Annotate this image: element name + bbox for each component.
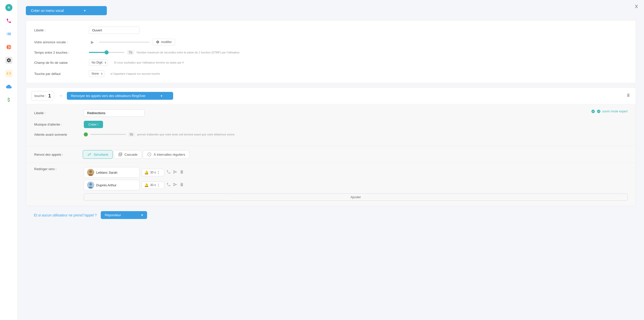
touche-defaut-select-wrapper: None	[89, 70, 104, 77]
user-name-1: Duprès Arthur	[96, 183, 116, 187]
libelle-label: Libellé :	[34, 28, 85, 32]
touche-defaut-label: Touche par défaut	[34, 72, 85, 76]
redirect-item-1: Duprès Arthur 🔔 30 s ▲ ▼	[84, 180, 628, 190]
user-name-0: Leblanc Sarah	[96, 171, 117, 174]
bottom-bar: Et si aucun utilisateur ne prend l'appel…	[26, 206, 636, 224]
sidebar-item-dollar[interactable]	[5, 96, 12, 103]
bottom-dropdown[interactable]: Répondeur ▾	[101, 211, 147, 219]
svg-point-3	[89, 170, 92, 173]
inner-attente-row: Attente avant sonnerie 0s permet d'atten…	[34, 132, 628, 137]
touch-label-text: touche :	[34, 94, 46, 98]
action-dropdown[interactable]: Renvoyer les appels vers des utilisateur…	[67, 92, 173, 100]
sidebar-logo[interactable]: R	[5, 4, 12, 11]
touche-defaut-select[interactable]: None	[89, 70, 104, 77]
champ-select[interactable]: No Digit #	[89, 59, 108, 66]
inner-libelle-input[interactable]	[84, 109, 145, 117]
timer-down-1[interactable]: ▼	[157, 185, 159, 187]
timer-arrows-1[interactable]: ▲ ▼	[157, 183, 159, 187]
sidebar-item-phone[interactable]	[5, 17, 12, 24]
top-dropdown-chevron: ▾	[84, 9, 86, 12]
bottom-dropdown-label: Répondeur	[105, 213, 121, 217]
touch-header: touche : 1 → Renvoyer les appels vers de…	[26, 88, 636, 104]
redirect-section: Rediriger vers : Lebl	[26, 163, 636, 206]
touch-card: touche : 1 → Renvoyer les appels vers de…	[26, 87, 636, 206]
expert-icon	[597, 109, 601, 113]
sidebar-item-chart[interactable]	[5, 44, 12, 51]
avatar-1	[87, 182, 94, 189]
touche-defaut-desc: si l'appelant n'appuie sur aucune touche	[110, 72, 160, 75]
sidebar-item-cloud[interactable]	[5, 83, 12, 90]
renvoi-simultane-label: Simultané	[94, 153, 108, 156]
call-icon-button-0[interactable]	[166, 170, 171, 175]
sidebar-item-code[interactable]	[5, 70, 12, 77]
call-icon-button-1[interactable]	[166, 182, 171, 188]
top-create-dropdown[interactable]: Créer un menu vocal ▾	[26, 6, 107, 15]
attente-slider[interactable]	[90, 134, 126, 135]
bottom-question: Et si aucun utilisateur ne prend l'appel…	[34, 213, 97, 217]
timer-box-1: 🔔 30 s ▲ ▼	[142, 182, 164, 189]
avatar-0	[87, 169, 94, 176]
inner-config: ouvrir mode expert Libellé : Musique d'a…	[26, 104, 636, 146]
timer-box-0: 🔔 30 s ▲ ▼	[142, 169, 164, 176]
champ-row: Champ de fin de saisie No Digit # Si vou…	[34, 59, 628, 66]
touche-defaut-row: Touche par défaut None si l'appelant n'a…	[34, 70, 628, 77]
bottom-dropdown-chevron: ▾	[141, 213, 143, 217]
audio-player: ▶ modifier	[89, 38, 175, 46]
modify-button[interactable]: modifier	[153, 39, 175, 45]
sidebar-item-settings[interactable]	[5, 57, 12, 64]
intervalles-icon	[147, 152, 152, 157]
cascade-icon	[118, 152, 123, 157]
champ-label: Champ de fin de saisie	[34, 61, 85, 65]
add-user-button[interactable]: Ajouter	[84, 193, 628, 201]
audio-track	[99, 42, 150, 43]
renvoi-label: Renvoi des appels :	[34, 153, 80, 156]
expert-mode-button[interactable]: ouvrir mode expert	[591, 109, 628, 113]
renvoi-intervalles-button[interactable]: À intervalles réguliers	[143, 150, 189, 159]
temps-slider-thumb[interactable]	[105, 50, 109, 54]
action-dropdown-label: Renvoyer les appels vers des utilisateur…	[71, 94, 146, 98]
delete-user-button-1[interactable]	[179, 182, 184, 188]
send-icon-button-0[interactable]	[173, 170, 177, 175]
libelle-row: Libellé :	[34, 27, 628, 34]
renvoi-intervalles-label: À intervalles réguliers	[154, 153, 185, 156]
annonce-label: Votre annonce vocale :	[34, 40, 85, 44]
attente-desc: permet d'attendre que votre texte soit t…	[137, 133, 235, 136]
delete-user-button-0[interactable]	[179, 170, 184, 175]
inner-libelle-label: Libellé :	[34, 111, 80, 115]
user-select-1[interactable]: Duprès Arthur	[84, 180, 139, 190]
temps-slider-fill	[89, 52, 107, 53]
sidebar-item-list[interactable]	[5, 30, 12, 37]
timer-value-1: 30 s	[150, 183, 156, 187]
renvoi-cascade-button[interactable]: Cascade	[114, 150, 142, 159]
timer-up-1[interactable]: ▲	[157, 183, 159, 185]
simultane-icon	[87, 152, 92, 157]
user-select-0[interactable]: Leblanc Sarah	[84, 167, 139, 178]
touch-delete-button[interactable]	[626, 93, 631, 99]
libelle-input[interactable]	[89, 27, 139, 34]
touch-label-box: touche : 1	[31, 91, 54, 101]
timer-up-0[interactable]: ▲	[157, 170, 159, 172]
close-button[interactable]: X	[635, 4, 638, 9]
redirect-top-row: Rediriger vers : Lebl	[34, 167, 628, 201]
timer-arrows-0[interactable]: ▲ ▼	[157, 170, 159, 175]
arrow-icon: →	[58, 93, 63, 98]
timer-down-0[interactable]: ▼	[157, 173, 159, 175]
modify-label: modifier	[161, 40, 172, 44]
send-icon-button-1[interactable]	[173, 182, 177, 188]
attente-dot	[84, 132, 88, 136]
inner-musique-label: Musique d'attente :	[34, 123, 80, 126]
temps-slider-track[interactable]	[89, 52, 124, 53]
temps-slider-row: 7s Nombre maximum de secondes entre la s…	[89, 50, 240, 55]
temps-slider-value: 7s	[127, 50, 134, 55]
timer-value-0: 30 s	[150, 171, 156, 174]
svg-point-6	[89, 183, 92, 186]
expert-mode-label: ouvrir mode expert	[602, 110, 628, 113]
renvoi-options: Simultané Cascade À intervalles régulier…	[83, 150, 189, 159]
create-music-button[interactable]: Créer !	[84, 121, 103, 128]
sidebar: R	[0, 0, 18, 320]
main-content: X Créer un menu vocal ▾ Libellé : Votre …	[18, 0, 644, 320]
renvoi-simultane-button[interactable]: Simultané	[83, 150, 113, 159]
renvoi-row: Renvoi des appels : Simultané Cascade	[34, 150, 628, 159]
champ-desc: Si vous souhaitez que l'utilisateur term…	[114, 61, 184, 64]
play-button[interactable]: ▶	[89, 38, 96, 46]
